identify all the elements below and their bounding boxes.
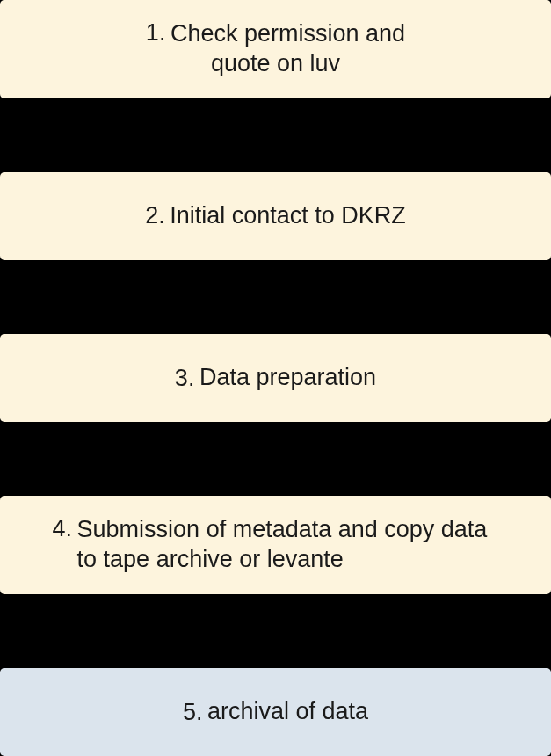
step-4-number: 4. xyxy=(52,515,72,542)
step-2-label: Initial contact to DKRZ xyxy=(170,201,406,231)
step-1-label-line1: Check permission and xyxy=(170,19,405,49)
step-4-box: 4. Submission of metadata and copy data … xyxy=(0,496,551,594)
step-5-number: 5. xyxy=(183,699,203,726)
step-3-label: Data preparation xyxy=(199,363,376,393)
step-3-number: 3. xyxy=(175,365,195,392)
step-5-box: 5. archival of data xyxy=(0,668,551,756)
step-3-content: 3. Data preparation xyxy=(175,363,376,393)
step-1-label-line2: quote on luv xyxy=(211,49,340,79)
step-2-box: 2. Initial contact to DKRZ xyxy=(0,172,551,260)
step-2-number: 2. xyxy=(145,202,165,229)
step-2-content: 2. Initial contact to DKRZ xyxy=(145,201,406,231)
step-5-label: archival of data xyxy=(207,697,368,727)
step-3-box: 3. Data preparation xyxy=(0,334,551,422)
step-1-box: 1. Check permission and quote on luv xyxy=(0,0,551,98)
step-5-content: 5. archival of data xyxy=(183,697,368,727)
step-1-number: 1. xyxy=(146,19,166,49)
step-4-label: Submission of metadata and copy data to … xyxy=(77,515,499,575)
step-4-content: 4. Submission of metadata and copy data … xyxy=(52,515,498,575)
step-1-content: 1. Check permission and quote on luv xyxy=(146,19,405,79)
